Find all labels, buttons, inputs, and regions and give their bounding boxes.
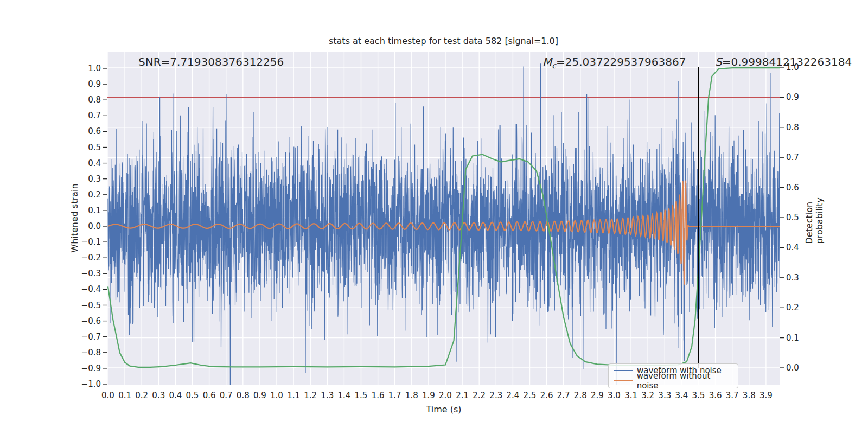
- score-annotation: S=0.9998412132263184: [715, 55, 852, 68]
- legend: waveform with noise waveform without noi…: [608, 363, 738, 388]
- right-tick-label: 0.5: [786, 212, 820, 223]
- right-tick-label: 0.6: [786, 182, 820, 193]
- right-tick-label: 1.0: [786, 62, 820, 73]
- legend-line-sample-blue: [614, 370, 633, 371]
- right-tick-label: 0.8: [786, 122, 820, 133]
- left-tick-label: 0.3: [67, 174, 101, 184]
- legend-item-clean: waveform without noise: [612, 375, 733, 386]
- right-tick-label: 0.4: [786, 242, 820, 253]
- left-tick-label: 0.2: [67, 189, 101, 200]
- left-tick-label: −0.5: [67, 300, 101, 311]
- left-tick-label: 0.7: [67, 110, 101, 121]
- left-tick-label: −0.4: [67, 284, 101, 295]
- left-tick-label: 0.4: [67, 158, 101, 169]
- left-tick-label: 0.1: [67, 205, 101, 216]
- left-tick-label: −0.1: [67, 237, 101, 247]
- left-tick-label: −0.7: [67, 331, 101, 342]
- chirp-mass-annotation: Mc=25.037229537963867: [542, 55, 686, 70]
- right-tick-label: 0.0: [786, 362, 820, 373]
- left-tick-label: −1.0: [67, 379, 101, 390]
- right-tick-label: 0.7: [786, 152, 820, 163]
- left-tick-label: 0.5: [67, 142, 101, 153]
- mc-value: =25.037229537963867: [556, 55, 686, 68]
- right-tick-label: 0.1: [786, 333, 820, 343]
- left-tick-label: 0.9: [67, 79, 101, 90]
- left-tick-label: −0.8: [67, 347, 101, 358]
- x-axis-title: Time (s): [390, 404, 498, 414]
- right-tick-label: 0.3: [786, 272, 820, 283]
- x-tick-label: 3.9: [754, 390, 778, 401]
- legend-line-sample-orange: [614, 380, 633, 381]
- left-tick-label: −0.6: [67, 316, 101, 327]
- right-tick-label: 0.2: [786, 302, 820, 313]
- left-tick-label: 1.0: [67, 63, 101, 74]
- left-tick-label: 0.0: [67, 221, 101, 232]
- snr-annotation: SNR=7.719308376312256: [138, 55, 284, 68]
- left-tick-label: −0.3: [67, 268, 101, 279]
- left-tick-label: 0.8: [67, 94, 101, 105]
- s-symbol: S: [715, 55, 722, 68]
- figure: stats at each timestep for test data 582…: [0, 0, 868, 434]
- left-tick-label: −0.2: [67, 252, 101, 263]
- mc-symbol: M: [542, 55, 552, 68]
- mc-subscript: c: [552, 61, 556, 70]
- left-tick-label: −0.9: [67, 363, 101, 374]
- chart-title: stats at each timestep for test data 582…: [107, 36, 780, 46]
- legend-label: waveform without noise: [637, 371, 733, 391]
- left-tick-label: 0.6: [67, 126, 101, 137]
- right-tick-label: 0.9: [786, 92, 820, 103]
